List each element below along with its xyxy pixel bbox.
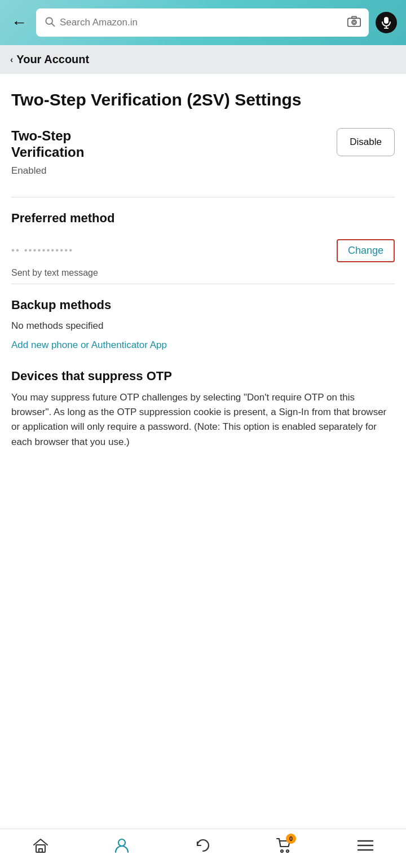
- svg-rect-2: [348, 18, 360, 26]
- mic-icon: [376, 12, 397, 33]
- page-title: Two-Step Verification (2SV) Settings: [11, 90, 395, 110]
- phone-masked: •• •••••••••••: [11, 245, 73, 256]
- svg-point-11: [118, 839, 125, 846]
- breadcrumb-label: Your Account: [16, 53, 89, 66]
- preferred-method-row: •• ••••••••••• Change: [11, 233, 395, 268]
- tsv-section: Two-StepVerification Enabled Disable: [11, 128, 395, 177]
- nav-menu[interactable]: [325, 839, 406, 855]
- svg-rect-6: [384, 17, 389, 24]
- account-icon: [113, 837, 130, 857]
- cart-badge: 0: [286, 834, 296, 844]
- devices-otp-title: Devices that suppress OTP: [11, 369, 395, 384]
- add-backup-method-link[interactable]: Add new phone or Authenticator App: [11, 340, 167, 350]
- breadcrumb-chevron-icon: ‹: [10, 55, 13, 65]
- change-button[interactable]: Change: [337, 239, 395, 262]
- devices-otp-section: Devices that suppress OTP You may suppre…: [11, 369, 395, 450]
- tsv-info: Two-StepVerification Enabled: [11, 128, 84, 177]
- search-icon: [44, 16, 55, 30]
- nav-cart[interactable]: 0: [244, 837, 325, 857]
- cart-wrapper: 0: [276, 837, 293, 857]
- no-methods-text: No methods specified: [11, 320, 395, 332]
- back-button[interactable]: ←: [9, 11, 29, 34]
- search-input[interactable]: [60, 17, 343, 28]
- header: ←: [0, 0, 406, 45]
- bottom-nav: 0: [0, 829, 406, 868]
- svg-rect-3: [352, 16, 356, 18]
- home-icon: [32, 838, 49, 856]
- svg-point-12: [281, 850, 283, 852]
- nav-home[interactable]: [0, 838, 81, 856]
- camera-icon[interactable]: [347, 16, 361, 30]
- svg-point-13: [286, 850, 289, 852]
- mic-button[interactable]: [376, 12, 397, 33]
- main-content: Two-Step Verification (2SV) Settings Two…: [0, 74, 406, 829]
- disable-button[interactable]: Disable: [337, 128, 395, 156]
- tsv-status: Enabled: [11, 165, 84, 177]
- returns-icon: [195, 837, 211, 857]
- nav-returns[interactable]: [162, 837, 244, 857]
- svg-line-1: [52, 23, 55, 26]
- breadcrumb[interactable]: ‹ Your Account: [0, 45, 406, 74]
- svg-rect-10: [39, 849, 42, 852]
- devices-otp-description: You may suppress future OTP challenges b…: [11, 390, 395, 450]
- nav-account[interactable]: [81, 837, 162, 857]
- menu-icon: [357, 839, 374, 855]
- svg-point-5: [353, 21, 355, 23]
- preferred-method-title: Preferred method: [11, 211, 395, 226]
- svg-point-4: [352, 20, 356, 24]
- search-bar: [36, 8, 369, 37]
- divider-2: [11, 284, 395, 284]
- tsv-label: Two-StepVerification: [11, 128, 84, 161]
- divider-1: [11, 197, 395, 197]
- sent-by-text: Sent by text message: [11, 268, 395, 278]
- backup-methods-title: Backup methods: [11, 298, 395, 312]
